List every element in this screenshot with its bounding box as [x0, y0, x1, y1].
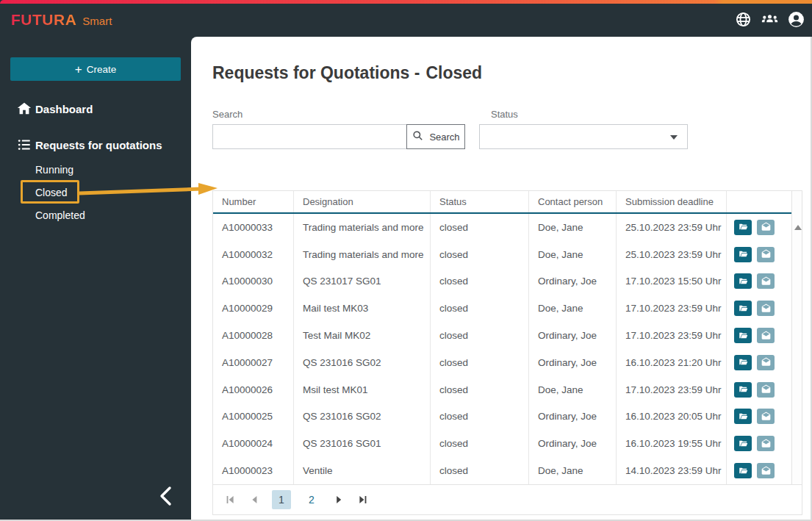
open-folder-button[interactable]: [734, 301, 752, 316]
open-mail-button[interactable]: [757, 220, 775, 235]
sidebar-item-requests-for-quotations[interactable]: Requests for quotations: [0, 134, 191, 155]
table-row[interactable]: A10000026Msil test MK01closedDoe, Jane17…: [213, 376, 791, 403]
table-row[interactable]: A10000028Test Mail MK02closedOrdinary, J…: [213, 322, 791, 349]
header-number[interactable]: Number: [213, 191, 294, 212]
header-submission-deadline[interactable]: Submission deadline: [617, 191, 727, 212]
sidebar-collapse-button[interactable]: [154, 485, 178, 510]
cell-actions: [727, 214, 791, 241]
previous-page-icon[interactable]: [248, 493, 261, 506]
cell-number: A10000028: [213, 322, 294, 349]
sidebar-subitem-running[interactable]: Running: [35, 161, 73, 179]
folder-open-icon: [738, 331, 749, 341]
header-actions: [727, 191, 791, 212]
pagination: 1 2: [213, 484, 802, 514]
cell-deadline: 17.10.2023 23:59 Uhr: [617, 376, 727, 403]
cell-status: closed: [431, 349, 529, 376]
page-title-suffix: Closed: [425, 63, 482, 82]
open-mail-button[interactable]: [757, 382, 775, 398]
mail-open-icon: [761, 276, 772, 287]
open-folder-button[interactable]: [734, 220, 752, 235]
table-row[interactable]: A10000033Trading materials and moreclose…: [213, 214, 791, 241]
cell-deadline: 17.10.2023 23:59 Uhr: [617, 295, 727, 322]
open-mail-button[interactable]: [757, 355, 775, 370]
page-title-prefix: Requests for Quotations -: [212, 63, 420, 82]
status-dropdown[interactable]: [479, 124, 688, 149]
cell-contact: Doe, Jane: [529, 376, 617, 403]
page-number-current[interactable]: 1: [272, 490, 291, 509]
cell-status: closed: [431, 430, 529, 457]
folder-open-icon: [738, 357, 749, 367]
cell-deadline: 16.10.2023 19:55 Uhr: [617, 430, 727, 457]
open-mail-button[interactable]: [757, 409, 775, 424]
mail-open-icon: [761, 303, 772, 314]
open-mail-button[interactable]: [757, 273, 775, 289]
table-row[interactable]: A10000030QS 231017 SG01closedOrdinary, J…: [213, 268, 791, 295]
cell-status: closed: [431, 403, 529, 431]
open-mail-button[interactable]: [757, 436, 775, 451]
next-page-icon[interactable]: [332, 493, 345, 506]
folder-open-icon: [738, 439, 749, 449]
sidebar-item-dashboard[interactable]: Dashboard: [0, 98, 191, 119]
scroll-up-icon[interactable]: [794, 225, 802, 230]
cell-designation: Mail test MK03: [294, 295, 431, 322]
first-page-icon[interactable]: [223, 493, 237, 506]
folder-open-icon: [738, 466, 749, 476]
header-contact-person[interactable]: Contact person: [529, 191, 617, 212]
cell-status: closed: [431, 457, 529, 484]
cell-deadline: 17.10.2023 23:59 Uhr: [617, 322, 727, 349]
table-row[interactable]: A10000029Mail test MK03closedDoe, Jane17…: [213, 295, 791, 322]
cell-actions: [727, 403, 791, 431]
open-folder-button[interactable]: [734, 355, 752, 370]
open-mail-button[interactable]: [757, 463, 775, 478]
sidebar-subitem-completed[interactable]: Completed: [35, 206, 85, 224]
page-title: Requests for Quotations -Closed: [212, 63, 482, 83]
status-label: Status: [491, 109, 518, 120]
page-number-2[interactable]: 2: [302, 490, 321, 509]
main-content: Requests for Quotations -Closed Search S…: [191, 37, 811, 520]
table-row[interactable]: A10000024QS 231016 SG01closedOrdinary, J…: [213, 430, 791, 457]
sidebar-subitem-label: Running: [35, 164, 73, 176]
cell-status: closed: [431, 295, 529, 322]
table-row[interactable]: A10000023VentileclosedDoe, Jane14.10.202…: [213, 457, 791, 484]
table-row[interactable]: A10000032Trading materials and moreclose…: [213, 241, 791, 268]
cell-actions: [727, 349, 791, 376]
cell-status: closed: [431, 322, 529, 349]
last-page-icon[interactable]: [356, 493, 370, 506]
create-button[interactable]: + Create: [10, 57, 181, 81]
header-designation[interactable]: Designation: [294, 191, 431, 212]
cell-status: closed: [431, 214, 529, 241]
search-input[interactable]: [212, 124, 406, 149]
open-mail-button[interactable]: [757, 301, 775, 316]
search-button-label: Search: [429, 132, 459, 143]
cell-designation: Msil test MK01: [294, 376, 431, 403]
header-status[interactable]: Status: [431, 191, 529, 212]
open-folder-button[interactable]: [734, 382, 752, 398]
account-icon[interactable]: [787, 10, 805, 29]
cell-designation: Ventile: [294, 457, 431, 484]
open-folder-button[interactable]: [734, 247, 752, 262]
open-mail-button[interactable]: [757, 247, 775, 262]
table-body: A10000033Trading materials and moreclose…: [213, 214, 791, 484]
open-folder-button[interactable]: [734, 273, 752, 289]
cell-number: A10000024: [213, 430, 294, 457]
table-row[interactable]: A10000027QS 231016 SG02closedOrdinary, J…: [213, 349, 791, 376]
cell-number: A10000026: [213, 376, 294, 403]
brand-suffix: Smart: [82, 15, 112, 27]
topbar-icons: [734, 10, 805, 29]
sidebar-subitem-closed[interactable]: Closed: [35, 184, 68, 201]
cell-number: A10000027: [213, 349, 294, 376]
cell-designation: QS 231017 SG01: [294, 268, 431, 295]
users-icon[interactable]: [761, 10, 779, 29]
table-row[interactable]: A10000025QS 231016 SG02closedOrdinary, J…: [213, 403, 791, 431]
open-folder-button[interactable]: [734, 436, 752, 451]
folder-open-icon: [738, 249, 749, 259]
open-folder-button[interactable]: [734, 409, 752, 424]
cell-actions: [727, 295, 791, 322]
table-scrollbar[interactable]: [791, 191, 802, 484]
search-button[interactable]: Search: [406, 124, 465, 149]
globe-icon[interactable]: [734, 10, 752, 29]
open-folder-button[interactable]: [734, 463, 752, 478]
open-folder-button[interactable]: [734, 328, 752, 343]
cell-number: A10000030: [213, 268, 294, 295]
open-mail-button[interactable]: [757, 328, 775, 343]
